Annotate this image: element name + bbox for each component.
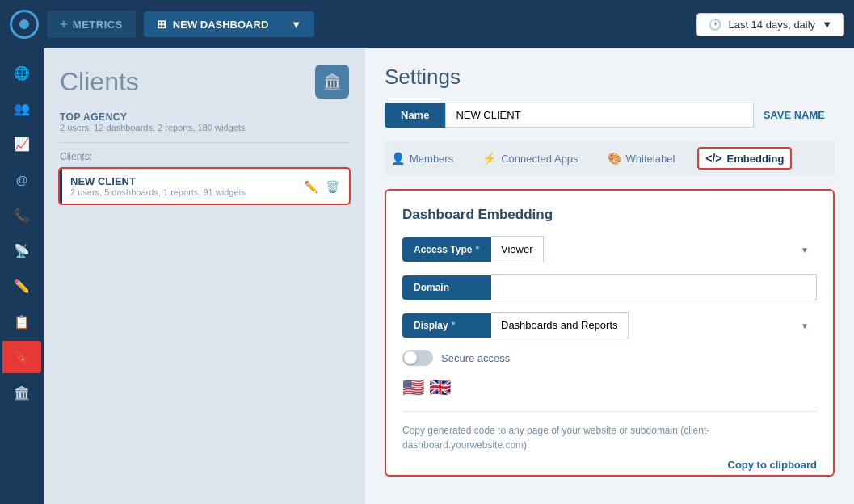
display-select[interactable]: Dashboards and Reports Dashboards only R… xyxy=(491,312,629,338)
sidebar: 🌐 👥 📈 @ 📞 📡 ✏️ 📋 🔖 🏛️ xyxy=(0,48,44,504)
sidebar-item-edit[interactable]: ✏️ xyxy=(6,270,38,302)
access-type-required: * xyxy=(476,244,480,255)
client-name: NEW CLIENT xyxy=(70,175,246,187)
settings-title: Settings xyxy=(385,65,835,90)
main-layout: 🌐 👥 📈 @ 📞 📡 ✏️ 📋 🔖 🏛️ Clients 🏛️ TOP AGE… xyxy=(0,48,854,504)
sidebar-item-clipboard[interactable]: 📋 xyxy=(6,305,38,338)
embedding-tab-label: Embedding xyxy=(727,153,785,165)
secure-access-toggle[interactable] xyxy=(402,350,433,366)
access-type-select-wrapper: Viewer Editor Admin xyxy=(491,236,817,262)
whitelabel-tab-label: Whitelabel xyxy=(626,153,675,165)
connected-apps-icon: ⚡ xyxy=(482,152,496,165)
dashboard-label: NEW DASHBOARD xyxy=(173,19,268,31)
display-required: * xyxy=(452,320,456,331)
delete-client-button[interactable]: 🗑️ xyxy=(324,178,341,195)
save-name-button[interactable]: SAVE NAME xyxy=(754,103,835,128)
connected-apps-tab-label: Connected Apps xyxy=(501,153,578,165)
access-type-label: Access Type * xyxy=(402,237,491,262)
client-info: NEW CLIENT 2 users, 5 dashboards, 1 repo… xyxy=(70,175,246,197)
agency-meta: 2 users, 12 dashboards, 2 reports, 180 w… xyxy=(60,123,349,132)
logo-inner xyxy=(19,19,29,29)
tab-members[interactable]: 👤 Members xyxy=(385,149,460,168)
clients-header: Clients 🏛️ xyxy=(60,65,349,99)
toggle-knob xyxy=(404,351,417,364)
embedding-box: Dashboard Embedding Access Type * Viewer… xyxy=(385,189,835,477)
sidebar-item-radio[interactable]: 📡 xyxy=(6,234,38,267)
members-icon: 👤 xyxy=(391,152,405,165)
plus-icon: + xyxy=(60,17,68,32)
settings-panel: Settings Name SAVE NAME 👤 Members ⚡ Conn… xyxy=(365,48,854,504)
flag-us[interactable]: 🇺🇸 xyxy=(402,377,424,398)
edit-client-button[interactable]: ✏️ xyxy=(302,178,319,195)
top-navigation: + METRICS ⊞ NEW DASHBOARD ▼ 🕐 Last 14 da… xyxy=(0,0,854,48)
time-range-label: Last 14 days, daily xyxy=(728,19,815,31)
settings-name-row: Name SAVE NAME xyxy=(385,103,835,128)
sidebar-item-analytics[interactable]: 📈 xyxy=(6,128,38,160)
client-actions: ✏️ 🗑️ xyxy=(302,178,341,195)
domain-input[interactable] xyxy=(491,274,817,300)
dashboard-button[interactable]: ⊞ NEW DASHBOARD ▼ xyxy=(144,11,314,37)
client-item[interactable]: NEW CLIENT 2 users, 5 dashboards, 1 repo… xyxy=(60,169,349,204)
flags-row: 🇺🇸 🇬🇧 xyxy=(402,377,817,398)
domain-row: Domain xyxy=(402,274,817,300)
sidebar-item-bookmark[interactable]: 🔖 xyxy=(2,341,41,373)
time-range-selector[interactable]: 🕐 Last 14 days, daily ▼ xyxy=(696,13,844,36)
tab-whitelabel[interactable]: 🎨 Whitelabel xyxy=(601,149,682,168)
whitelabel-icon: 🎨 xyxy=(608,152,621,165)
access-type-row: Access Type * Viewer Editor Admin xyxy=(402,236,817,262)
sidebar-item-phone[interactable]: 📞 xyxy=(6,199,38,231)
copy-section: Copy generated code to any page of your … xyxy=(402,411,817,452)
clock-icon: 🕐 xyxy=(709,19,721,31)
client-meta: 2 users, 5 dashboards, 1 reports, 91 wid… xyxy=(70,187,246,197)
logo xyxy=(10,10,39,39)
clients-section-label: Clients: xyxy=(60,151,349,162)
tabs-row: 👤 Members ⚡ Connected Apps 🎨 Whitelabel … xyxy=(385,141,835,176)
agency-name: TOP AGENCY xyxy=(60,111,349,123)
sidebar-item-users[interactable]: 👥 xyxy=(6,92,38,124)
domain-label: Domain xyxy=(402,275,491,300)
display-label: Display * xyxy=(402,313,491,338)
tab-connected-apps[interactable]: ⚡ Connected Apps xyxy=(476,149,584,168)
sidebar-item-at[interactable]: @ xyxy=(6,163,38,195)
members-tab-label: Members xyxy=(410,153,453,165)
flag-gb[interactable]: 🇬🇧 xyxy=(429,377,451,398)
chevron-down-icon: ▼ xyxy=(291,19,301,31)
copy-text: Copy generated code to any page of your … xyxy=(402,423,817,452)
tab-embedding[interactable]: </> Embedding xyxy=(697,147,792,170)
clients-title: Clients xyxy=(60,67,139,97)
secure-access-label: Secure access xyxy=(441,352,510,364)
sidebar-item-globe[interactable]: 🌐 xyxy=(6,57,38,89)
clients-panel: Clients 🏛️ TOP AGENCY 2 users, 12 dashbo… xyxy=(44,48,365,504)
grid-icon: ⊞ xyxy=(157,18,166,31)
metrics-button[interactable]: + METRICS xyxy=(47,10,136,38)
chevron-down-icon: ▼ xyxy=(822,19,832,31)
name-tab[interactable]: Name xyxy=(385,103,445,128)
agency-section: TOP AGENCY 2 users, 12 dashboards, 2 rep… xyxy=(60,111,349,132)
embedding-title: Dashboard Embedding xyxy=(402,207,817,223)
secure-access-row: Secure access xyxy=(402,350,817,366)
copy-to-clipboard-button[interactable]: Copy to clipboard xyxy=(728,459,818,471)
divider xyxy=(60,142,349,143)
access-type-select[interactable]: Viewer Editor Admin xyxy=(491,236,544,262)
display-row: Display * Dashboards and Reports Dashboa… xyxy=(402,312,817,338)
display-select-wrapper: Dashboards and Reports Dashboards only R… xyxy=(491,312,817,338)
sidebar-item-bank[interactable]: 🏛️ xyxy=(6,376,38,409)
embedding-icon: </> xyxy=(705,152,721,165)
metrics-label: METRICS xyxy=(73,19,123,31)
clients-icon-button[interactable]: 🏛️ xyxy=(315,65,349,99)
client-name-input[interactable] xyxy=(445,103,753,128)
